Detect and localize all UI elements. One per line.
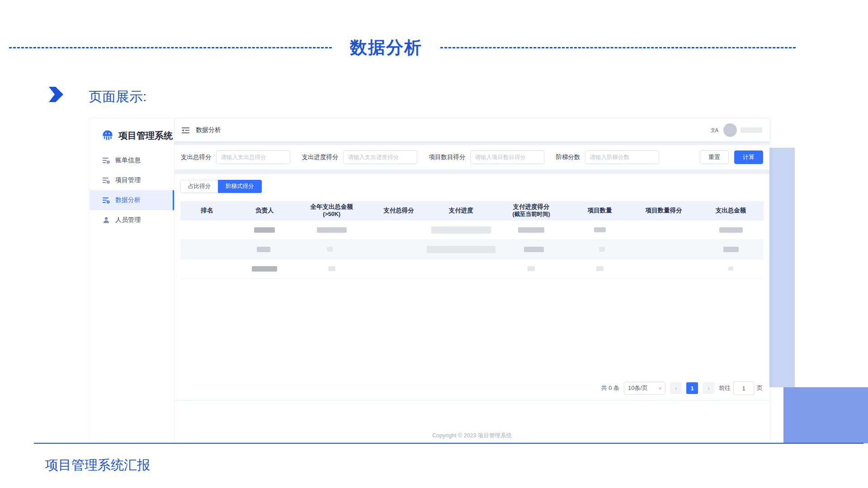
pagination: 共 0 条 10条/页 ▾ ‹ 1 › 前往 页 [180,381,764,400]
footer-divider [34,443,863,444]
breadcrumb-current: 数据分析 [196,126,221,134]
table-cell [699,247,764,252]
table-cell [430,226,492,234]
decor-block [783,387,868,443]
redacted-cell-value [728,267,733,271]
table-cell [233,227,296,233]
sidebar-menu: 账单信息项目管理数据分析人员管理 [90,150,174,230]
redacted-cell-value [252,266,277,272]
redacted-cell-value [317,227,347,233]
page-size-select[interactable]: 10条/页 ▾ [624,382,665,394]
column-title: 全年支出总金额 [310,203,353,211]
column-title: 负责人 [255,207,274,215]
filter-label: 项目数目得分 [429,153,466,161]
table-cell [492,227,570,233]
redacted-cell-value [524,247,544,252]
redacted-cell-value [328,266,335,271]
tab-inactive[interactable]: 占比得分 [180,180,218,193]
sidebar-item[interactable]: 账单信息 [90,150,174,170]
chevron-down-icon: ▾ [659,385,661,391]
column-title: 排名 [201,207,213,215]
sidebar-item-label: 数据分析 [115,196,141,204]
app-screenshot: 项目管理系统 账单信息项目管理数据分析人员管理 数据分析 文A [90,119,769,442]
column-title: 支付进度得分 [513,203,550,211]
language-icon[interactable]: 文A [711,127,718,134]
list-badge-icon [103,197,110,204]
column-header: 项目数量得分 [629,205,698,217]
reset-button[interactable]: 重置 [700,150,729,164]
next-page-button[interactable]: › [703,382,714,394]
redacted-cell-value [518,227,544,233]
filter-fields: 支出总得分支出进度得分项目数目得分阶梯分数 [181,150,700,164]
collapse-sidebar-icon[interactable] [182,127,189,134]
section-gap [175,169,769,174]
column-header: 支付总得分 [368,205,430,217]
goto-prefix: 前往 [719,384,731,392]
filter-input[interactable] [470,150,544,164]
prev-page-button[interactable]: ‹ [670,382,682,394]
user-menu[interactable] [723,123,762,137]
table-cell [570,266,629,271]
column-title: 支出总金额 [716,207,746,215]
table-cell [233,266,296,272]
column-header: 全年支出总金额(>50K) [296,201,368,221]
ranking-table: 排名负责人全年支出总金额(>50K)支付总得分支付进度支付进度得分(截至当前时间… [180,201,764,279]
title-dash-right [440,47,796,48]
sidebar-item[interactable]: 项目管理 [90,170,174,190]
goto-suffix: 页 [757,384,763,392]
filter-label: 阶梯分数 [556,153,580,161]
filter-input[interactable] [585,150,659,164]
empty-space [180,279,764,382]
sidebar-item[interactable]: 数据分析 [90,190,174,210]
sidebar: 项目管理系统 账单信息项目管理数据分析人员管理 [90,119,175,442]
column-header: 排名 [180,205,233,217]
page-title: 数据分析 [350,36,422,59]
table-row [180,259,764,279]
column-header: 负责人 [233,205,296,217]
column-title: 项目数量 [588,207,612,215]
redacted-cell-value [719,227,743,233]
section-gap [175,141,769,145]
app-main: 数据分析 文A 支出总得分支出进度得分项目数目得分阶梯分数 重置 计算 [175,119,769,442]
table-cell [698,267,764,271]
sidebar-item-label: 项目管理 [115,176,141,184]
table-cell [296,227,368,233]
pagination-total: 共 0 条 [601,384,619,392]
calculate-button[interactable]: 计算 [734,150,763,164]
section-label: 页面展示: [89,88,146,106]
table-body [180,221,764,279]
column-header: 支付进度得分(截至当前时间) [492,201,570,221]
filter-actions: 重置 计算 [700,150,763,164]
tab-active[interactable]: 阶梯式得分 [218,180,262,193]
sidebar-item-label: 账单信息 [115,156,141,164]
column-header: 项目数量 [570,205,629,217]
filter-input[interactable] [216,150,290,164]
page-size-value: 10条/页 [628,384,648,392]
table-cell [296,266,368,271]
app-logo: 项目管理系统 [90,119,174,150]
table-cell [294,247,365,252]
table-cell [233,247,294,252]
slide-footer-text: 项目管理系统汇报 [45,456,150,474]
current-page-button[interactable]: 1 [686,382,698,394]
filter-field: 项目数目得分 [429,150,544,164]
filter-field: 支出进度得分 [302,150,417,164]
slide: 数据分析 页面展示: 项目管理系统 账单信息项目管理数据分析人员管理 [0,0,868,488]
table-cell [495,247,572,252]
filter-input[interactable] [343,150,417,164]
goto-page-input[interactable] [733,381,754,395]
filter-field: 阶梯分数 [556,150,659,164]
topbar: 数据分析 文A [175,119,769,141]
score-mode-tabs: 占比得分阶梯式得分 [180,180,764,193]
redacted-cell-value [431,226,491,234]
redacted-cell-value [599,247,605,252]
table-cell [698,227,764,233]
sidebar-item[interactable]: 人员管理 [90,210,174,230]
topbar-right: 文A [711,123,762,137]
table-cell [570,227,629,232]
redacted-cell-value [327,247,333,252]
redacted-cell-value [427,246,495,253]
app-footer: Copyright © 2023 项目管理系统 [175,401,769,442]
filter-label: 支出总得分 [181,153,212,161]
username-redacted [741,127,762,133]
